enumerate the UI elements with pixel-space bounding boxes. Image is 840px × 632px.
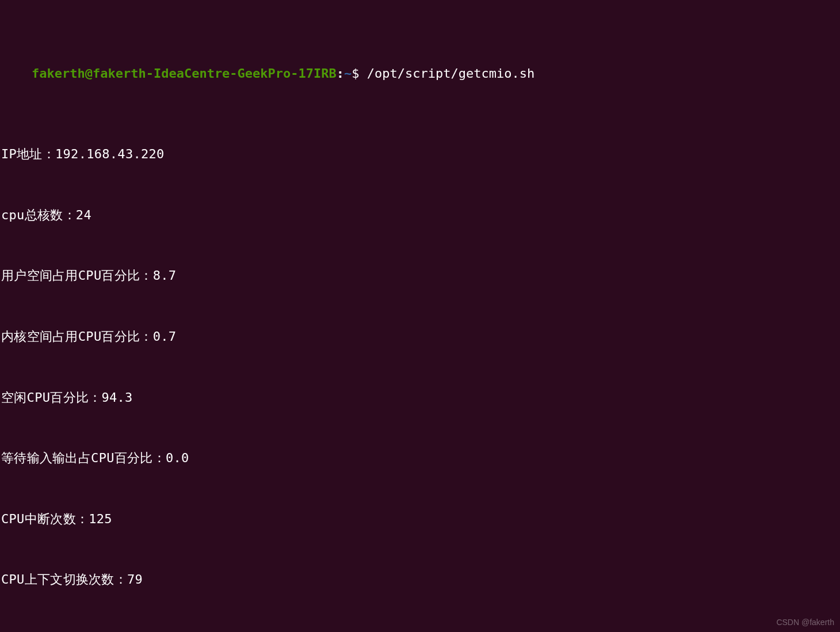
output-line: 空闲CPU百分比：94.3 (1, 387, 839, 408)
output-line: 用户空间占用CPU百分比：8.7 (1, 265, 839, 285)
output-line: 内核空间占用CPU百分比：0.7 (1, 326, 839, 347)
output-line: CPU中断次数：125 (1, 509, 839, 529)
output-line: cpu总核数：24 (1, 205, 839, 225)
prompt-line: fakerth@fakerth-IdeaCentre-GeekPro-17IRB… (1, 43, 839, 104)
output-line: CPU上下文切换次数：79 (1, 569, 839, 589)
prompt-at: @ (85, 66, 93, 81)
terminal-window[interactable]: fakerth@fakerth-IdeaCentre-GeekPro-17IRB… (1, 2, 839, 632)
watermark-text: CSDN @fakerth (776, 616, 834, 629)
prompt-symbol: $ (352, 66, 367, 81)
output-line: 等待输入输出占CPU百分比：0.0 (1, 448, 839, 468)
output-line: IP地址：192.168.43.220 (1, 144, 839, 164)
prompt-path: ~ (344, 66, 352, 81)
prompt-user: fakerth (32, 66, 85, 81)
command-text: /opt/script/getcmio.sh (367, 66, 534, 81)
prompt-host: fakerth-IdeaCentre-GeekPro-17IRB (93, 66, 337, 81)
prompt-colon: : (337, 66, 344, 81)
